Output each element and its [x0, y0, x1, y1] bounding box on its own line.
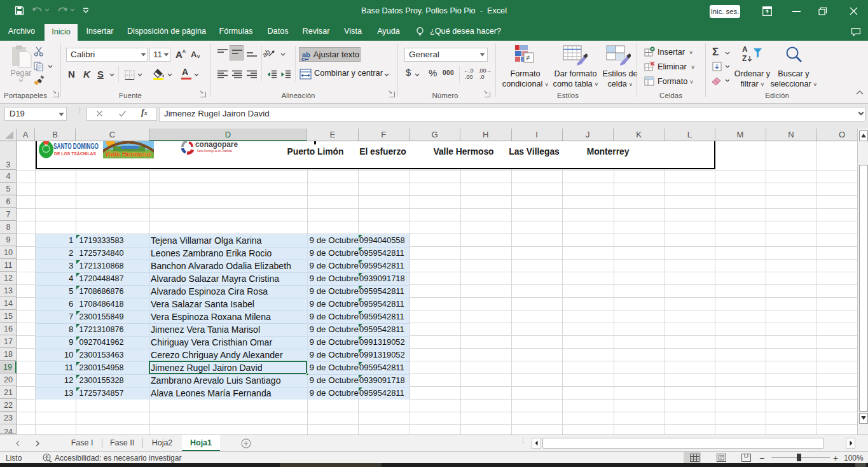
svg-text:Z: Z: [742, 54, 747, 63]
svg-text:ab: ab: [263, 48, 272, 59]
svg-text:Valle Hermoso: Valle Hermoso: [105, 150, 151, 158]
svg-text:≠: ≠: [526, 53, 530, 62]
svg-text:A: A: [742, 45, 748, 54]
svg-text:conagopare: conagopare: [195, 141, 238, 149]
svg-text:SANTO DOMINGO: SANTO DOMINGO: [53, 142, 99, 151]
svg-text:DE LOS TSÁCHILAS: DE LOS TSÁCHILAS: [54, 151, 97, 157]
svg-text:Santo Domingo de los Tsáchilas: Santo Domingo de los Tsáchilas: [197, 150, 233, 153]
